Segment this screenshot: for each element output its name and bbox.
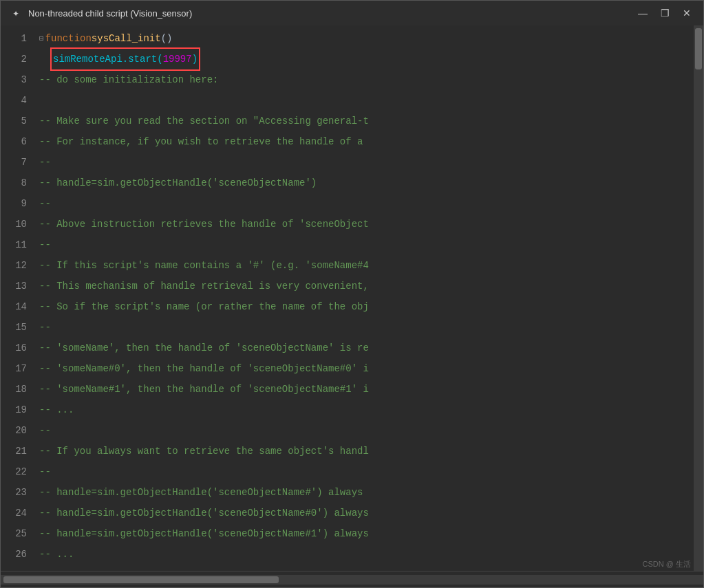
window-title: Non-threaded child script (Vision_sensor… (28, 8, 634, 19)
code-line-16: -- 'someName', then the handle of 'scene… (39, 338, 694, 358)
restore-button[interactable]: ❒ (657, 6, 673, 20)
code-line-2: simRemoteApi.start(19997) (39, 49, 694, 69)
code-line-15: -- (39, 317, 694, 338)
main-window: ✦ Non-threaded child script (Vision_sens… (0, 0, 704, 588)
code-line-7: -- (39, 152, 694, 173)
bottom-bar (1, 571, 703, 587)
code-line-1: ⊟ function sysCall_init() (39, 28, 694, 49)
code-line-14: -- So if the script's name (or rather th… (39, 296, 694, 317)
code-line-12: -- If this script's name contains a '#' … (39, 255, 694, 276)
window-controls: — ❒ ✕ (634, 6, 695, 20)
code-line-13: -- This mechanism of handle retrieval is… (39, 276, 694, 296)
fold-icon-1[interactable]: ⊟ (39, 28, 44, 49)
app-icon: ✦ (9, 6, 23, 20)
code-line-23: -- handle=sim.getObjectHandle('sceneObje… (39, 482, 694, 503)
vertical-scrollbar[interactable] (694, 25, 703, 571)
code-line-19: -- ... (39, 400, 694, 420)
fn-name-syscallinit: sysCall_init (92, 28, 161, 49)
port-number: 19997 (163, 54, 192, 65)
code-line-17: -- 'someName#0', then the handle of 'sce… (39, 358, 694, 379)
editor-container: 1 2 3 4 5 6 7 8 9 10 11 12 13 14 15 16 1… (1, 25, 703, 571)
code-editor[interactable]: ⊟ function sysCall_init() simRemoteApi.s… (34, 25, 694, 571)
close-button[interactable]: ✕ (679, 6, 695, 20)
line-numbers: 1 2 3 4 5 6 7 8 9 10 11 12 13 14 15 16 1… (1, 25, 34, 571)
code-line-9: -- (39, 193, 694, 214)
title-bar: ✦ Non-threaded child script (Vision_sens… (1, 1, 703, 25)
code-line-10: -- Above instruction retrieves the handl… (39, 214, 694, 235)
scrollbar-thumb-y[interactable] (695, 28, 702, 69)
code-line-8: -- handle=sim.getObjectHandle('sceneObje… (39, 173, 694, 193)
code-line-21: -- If you always want to retrieve the sa… (39, 441, 694, 461)
horizontal-scrollbar[interactable] (1, 575, 694, 585)
code-line-26: -- ... (39, 544, 694, 565)
code-line-24: -- handle=sim.getObjectHandle('sceneObje… (39, 503, 694, 523)
code-line-6: -- For instance, if you wish to retrieve… (39, 131, 694, 152)
code-line-4 (39, 90, 694, 111)
code-line-25: -- handle=sim.getObjectHandle('sceneObje… (39, 523, 694, 544)
scrollbar-corner (694, 575, 703, 585)
watermark: CSDN @ 生活 (643, 559, 691, 569)
keyword-function: function (45, 28, 92, 49)
code-line-18: -- 'someName#1', then the handle of 'sce… (39, 379, 694, 400)
scrollbar-thumb-x[interactable] (3, 576, 279, 583)
simremoteapi-call: simRemoteApi.start( (53, 54, 163, 65)
code-line-5: -- Make sure you read the section on "Ac… (39, 111, 694, 131)
code-line-20: -- (39, 420, 694, 441)
code-line-3: -- do some initialization here: (39, 69, 694, 90)
code-line-22: -- (39, 461, 694, 482)
code-line-11: -- (39, 235, 694, 255)
minimize-button[interactable]: — (634, 6, 651, 20)
highlight-box-simremoteapi: simRemoteApi.start(19997) (50, 47, 200, 71)
